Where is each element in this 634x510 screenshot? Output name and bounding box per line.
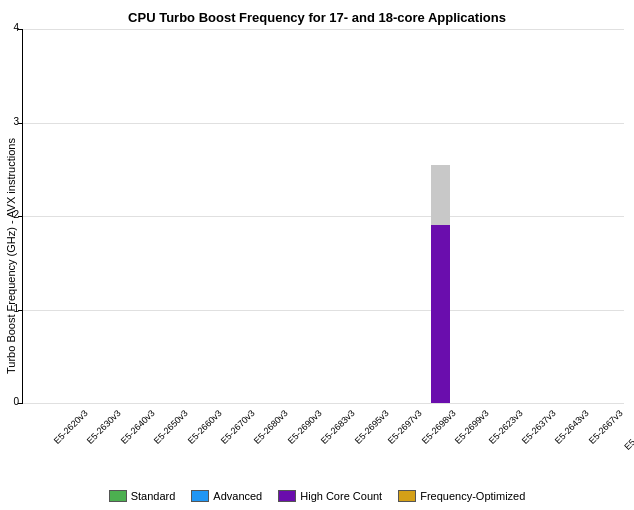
y-tick-label: 1 <box>0 303 23 314</box>
x-label: E5-2667v3 <box>587 408 625 446</box>
x-label: E5-2660v3 <box>185 408 223 446</box>
y-axis-label: Turbo Boost Frequency (GHz) - AVX instru… <box>0 29 22 484</box>
y-tick-mark <box>18 29 23 30</box>
x-label: E5-2620v3 <box>51 408 89 446</box>
y-tick-label: 4 <box>0 22 23 33</box>
grid-line <box>23 216 624 217</box>
y-tick-label: 0 <box>0 396 23 407</box>
legend-swatch-highCoreCount <box>278 490 296 502</box>
x-label: E5-2650v3 <box>152 408 190 446</box>
x-label: E5-2690v3 <box>286 408 324 446</box>
x-label: E5-2695v3 <box>352 408 390 446</box>
x-label: E5-2680v3 <box>252 408 290 446</box>
chart-container: CPU Turbo Boost Frequency for 17- and 18… <box>0 0 634 510</box>
y-tick-label: 3 <box>0 116 23 127</box>
y-tick-mark <box>18 310 23 311</box>
grid-line <box>23 310 624 311</box>
x-label: E5-2630v3 <box>85 408 123 446</box>
plot-wrapper: 01234 E5-2620v3E5-2630v3E5-2640v3E5-2650… <box>22 29 634 484</box>
legend-label-highCoreCount: High Core Count <box>300 490 382 502</box>
legend-item-freqOpt: Frequency-Optimized <box>398 490 525 502</box>
y-tick-label: 2 <box>0 209 23 220</box>
legend-item-highCoreCount: High Core Count <box>278 490 382 502</box>
legend-item-advanced: Advanced <box>191 490 262 502</box>
legend-swatch-standard <box>109 490 127 502</box>
legend-label-advanced: Advanced <box>213 490 262 502</box>
legend-label-freqOpt: Frequency-Optimized <box>420 490 525 502</box>
y-tick-mark <box>18 216 23 217</box>
grid-line <box>23 29 624 30</box>
chart-area: Turbo Boost Frequency (GHz) - AVX instru… <box>0 29 634 484</box>
legend-item-standard: Standard <box>109 490 176 502</box>
y-tick-mark <box>18 123 23 124</box>
bar-segment-highCoreCount <box>431 225 449 403</box>
x-label: E5-2637v3 <box>520 408 558 446</box>
x-label: E5-2623v3 <box>486 408 524 446</box>
x-label: E5-2698v3 <box>419 408 457 446</box>
x-label: E5-2697v3 <box>386 408 424 446</box>
x-label: E5-2683v3 <box>319 408 357 446</box>
x-label: E5-2699v3 <box>453 408 491 446</box>
x-label: E5-2643v3 <box>553 408 591 446</box>
plot-area: 01234 <box>22 29 624 404</box>
legend: StandardAdvancedHigh Core CountFrequency… <box>109 484 526 510</box>
legend-swatch-freqOpt <box>398 490 416 502</box>
chart-title: CPU Turbo Boost Frequency for 17- and 18… <box>128 10 506 25</box>
x-label: E5-2670v3 <box>219 408 257 446</box>
x-axis-labels: E5-2620v3E5-2630v3E5-2640v3E5-2650v3E5-2… <box>22 404 624 484</box>
grid-line <box>23 123 624 124</box>
bar-segment-freqOpt <box>431 165 449 226</box>
legend-label-standard: Standard <box>131 490 176 502</box>
x-label: E5-2640v3 <box>118 408 156 446</box>
legend-swatch-advanced <box>191 490 209 502</box>
